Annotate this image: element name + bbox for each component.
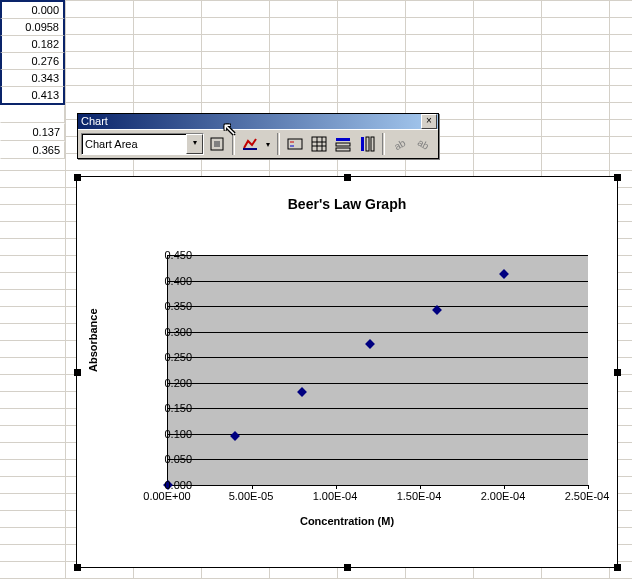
cell[interactable]: 0.413 — [0, 87, 65, 105]
svg-rect-3 — [288, 139, 302, 149]
column-a: 0.0000.09580.1820.2760.3430.4130.1370.36… — [0, 0, 65, 159]
x-tick-label: 5.00E-05 — [216, 490, 286, 502]
data-table-icon[interactable] — [308, 133, 330, 155]
gridline — [168, 281, 588, 282]
data-point[interactable] — [499, 269, 509, 279]
selection-handle[interactable] — [74, 564, 81, 571]
gridline — [168, 383, 588, 384]
data-point[interactable] — [297, 387, 307, 397]
gridline — [168, 306, 588, 307]
y-tick-label: 0.150 — [142, 402, 192, 414]
y-tick-label: 0.250 — [142, 351, 192, 363]
legend-icon[interactable] — [284, 133, 306, 155]
svg-rect-1 — [214, 141, 220, 147]
separator — [232, 133, 235, 155]
svg-rect-16 — [371, 137, 374, 151]
y-tick-label: 0.300 — [142, 326, 192, 338]
angle-down-icon[interactable]: ab — [389, 133, 411, 155]
by-row-icon[interactable] — [332, 133, 354, 155]
svg-rect-2 — [243, 148, 257, 150]
svg-rect-11 — [336, 138, 350, 141]
selection-handle[interactable] — [344, 174, 351, 181]
selection-handle[interactable] — [74, 369, 81, 376]
x-axis-label[interactable]: Concentration (M) — [77, 515, 617, 527]
gridline — [168, 408, 588, 409]
toolbar-titlebar[interactable]: Chart × — [78, 114, 438, 129]
y-axis-label[interactable]: Absorbance — [87, 308, 99, 372]
selection-handle[interactable] — [614, 564, 621, 571]
cell[interactable]: 0.365 — [0, 141, 65, 159]
gridline — [168, 357, 588, 358]
svg-rect-6 — [312, 137, 326, 151]
gridline — [168, 459, 588, 460]
selection-handle[interactable] — [614, 369, 621, 376]
y-tick-label: 0.200 — [142, 377, 192, 389]
data-point[interactable] — [230, 431, 240, 441]
separator — [382, 133, 385, 155]
cell[interactable]: 0.182 — [0, 36, 65, 53]
x-tick — [420, 485, 421, 489]
toolbar-title: Chart — [81, 114, 108, 129]
y-tick-label: 0.100 — [142, 428, 192, 440]
cell[interactable]: 0.0958 — [0, 19, 65, 36]
x-tick-label: 1.00E-04 — [300, 490, 370, 502]
y-tick-label: 0.050 — [142, 453, 192, 465]
cell[interactable]: 0.137 — [0, 123, 65, 141]
chart-type-dropdown-icon[interactable]: ▾ — [263, 133, 273, 155]
format-object-icon[interactable] — [206, 133, 228, 155]
x-tick — [588, 485, 589, 489]
x-tick-label: 2.00E-04 — [468, 490, 538, 502]
svg-rect-15 — [366, 137, 369, 151]
cell[interactable]: 0.276 — [0, 53, 65, 70]
cell[interactable]: 0.343 — [0, 70, 65, 87]
plot-area[interactable] — [167, 255, 588, 486]
gridline — [168, 255, 588, 256]
x-tick-label: 2.50E-04 — [552, 490, 622, 502]
chart-objects-selector[interactable]: Chart Area ▾ — [81, 133, 204, 155]
x-tick-label: 1.50E-04 — [384, 490, 454, 502]
chart-type-icon[interactable] — [239, 133, 261, 155]
x-tick — [336, 485, 337, 489]
x-tick — [504, 485, 505, 489]
selection-handle[interactable] — [74, 174, 81, 181]
embedded-chart[interactable]: Beer's Law Graph Absorbance Concentratio… — [76, 176, 618, 568]
gridline — [168, 332, 588, 333]
angle-up-icon[interactable]: ab — [413, 133, 435, 155]
svg-text:ab: ab — [416, 137, 431, 152]
svg-rect-14 — [361, 137, 364, 151]
x-tick — [252, 485, 253, 489]
cell[interactable] — [0, 105, 65, 123]
separator — [277, 133, 280, 155]
svg-rect-13 — [336, 148, 350, 151]
y-tick-label: 0.450 — [142, 249, 192, 261]
chart-title[interactable]: Beer's Law Graph — [77, 196, 617, 212]
toolbar-body: Chart Area ▾ ▾ ab ab — [78, 129, 438, 158]
svg-text:ab: ab — [392, 137, 408, 152]
selector-value: Chart Area — [85, 135, 138, 153]
data-point[interactable] — [365, 339, 375, 349]
x-tick-label: 0.00E+00 — [132, 490, 202, 502]
chart-toolbar[interactable]: Chart × Chart Area ▾ ▾ ab — [77, 113, 439, 159]
svg-rect-12 — [336, 143, 350, 146]
cell[interactable]: 0.000 — [0, 0, 65, 19]
y-tick-label: 0.400 — [142, 275, 192, 287]
y-tick-label: 0.350 — [142, 300, 192, 312]
close-icon[interactable]: × — [421, 114, 437, 129]
chevron-down-icon[interactable]: ▾ — [186, 134, 203, 154]
selection-handle[interactable] — [344, 564, 351, 571]
selection-handle[interactable] — [614, 174, 621, 181]
by-column-icon[interactable] — [356, 133, 378, 155]
